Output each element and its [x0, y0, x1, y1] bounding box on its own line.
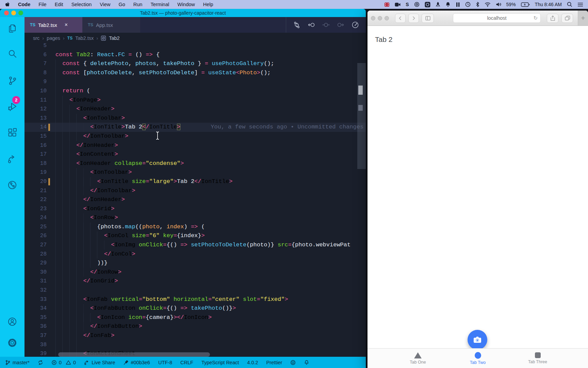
menu-item-edit[interactable]: Edit	[55, 2, 63, 7]
close-window-button[interactable]	[4, 11, 9, 15]
sidebar-toggle-icon[interactable]	[422, 14, 434, 23]
code-line-33[interactable]: 33 <IonFab vertical="bottom" horizontal=…	[24, 295, 366, 304]
code-line-32[interactable]: 32	[24, 286, 366, 295]
code-line-5[interactable]: 5	[24, 43, 366, 50]
gitlens-icon[interactable]	[7, 180, 17, 190]
code-line-30[interactable]: 30 </IonRow>	[24, 268, 366, 277]
editor-tab-App.tsx[interactable]: TSApp.tsx	[82, 17, 140, 33]
control-center-icon[interactable]	[577, 2, 583, 7]
code-line-36[interactable]: 36 </IonFabButton>	[24, 322, 366, 331]
breadcrumb-file[interactable]: Tab2.tsx	[75, 35, 94, 41]
breadcrumb-src[interactable]: src	[33, 35, 39, 41]
menu-item-run[interactable]: Run	[133, 2, 143, 7]
breadcrumb-symbol[interactable]: Tab2	[109, 35, 119, 41]
breadcrumb-pages[interactable]: pages	[47, 35, 60, 41]
open-changes-icon[interactable]	[293, 21, 300, 29]
code-line-37[interactable]: 37 </IonFab>	[24, 331, 366, 340]
tab-tab-one[interactable]: Tab One	[388, 349, 448, 368]
code-line-11[interactable]: 11 <IonPage>	[24, 96, 366, 105]
encoding-item[interactable]: UTF-8	[158, 360, 172, 365]
back-button[interactable]	[395, 14, 406, 23]
rocket-icon[interactable]	[436, 2, 440, 7]
compass-icon[interactable]	[465, 2, 471, 7]
code-line-38[interactable]: 38	[24, 340, 366, 350]
formatter-item[interactable]: Prettier	[266, 360, 282, 365]
navigate-previous-icon[interactable]	[322, 21, 330, 29]
code-line-34[interactable]: 34 <IonFabButton onClick={() => takePhot…	[24, 304, 366, 313]
minimize-window-button[interactable]	[11, 11, 16, 15]
tab-tab-three[interactable]: Tab Three	[508, 349, 568, 368]
zoom-window-button[interactable]	[385, 16, 389, 20]
code-line-29[interactable]: 29 ))}	[24, 259, 366, 268]
code-line-9[interactable]: 9	[24, 77, 366, 87]
extensions-icon[interactable]	[7, 127, 17, 138]
explorer-icon[interactable]	[7, 23, 17, 33]
code-line-28[interactable]: 28 </IonCol>	[24, 250, 366, 259]
editor-tab-Tab2.tsx[interactable]: TSTab2.tsx×	[24, 17, 82, 33]
menu-item-help[interactable]: Help	[203, 2, 213, 7]
code-line-22[interactable]: 22 </IonHeader>	[24, 195, 366, 204]
code-line-14[interactable]: 14 <IonTitle>Tab 2</IonTitle>You, a few …	[24, 123, 366, 132]
menu-item-file[interactable]: File	[38, 2, 46, 7]
spotlight-search-icon[interactable]	[567, 2, 572, 7]
pause-bars-icon[interactable]	[456, 2, 460, 7]
code-line-15[interactable]: 15 </IonToolbar>	[24, 132, 366, 141]
camera-fab-button[interactable]	[468, 330, 487, 350]
notification-bell-icon[interactable]	[445, 2, 451, 7]
code-line-21[interactable]: 21 </IonToolbar>	[24, 186, 366, 196]
menu-item-terminal[interactable]: Terminal	[150, 2, 169, 7]
code-line-35[interactable]: 35 <IonIcon icon={camera}></IonIcon>	[24, 313, 366, 322]
code-line-16[interactable]: 16 </IonHeader>	[24, 141, 366, 150]
close-window-button[interactable]	[371, 16, 375, 20]
notifications-bell-icon[interactable]	[304, 360, 309, 365]
address-bar[interactable]: localhost ↻	[453, 13, 541, 23]
menu-clock[interactable]: Thu 8:46 AM	[535, 2, 562, 7]
editor-scrollbar-vertical[interactable]	[357, 63, 366, 169]
vscode-title-bar[interactable]: Tab2.tsx — photo-gallery-capacitor-react	[0, 9, 366, 17]
code-line-23[interactable]: 23 <IonGrid>	[24, 204, 366, 214]
volume-icon[interactable]	[496, 2, 501, 7]
code-line-19[interactable]: 19 <IonToolbar>	[24, 168, 366, 177]
minimize-window-button[interactable]	[378, 16, 382, 20]
navigate-back-icon[interactable]	[308, 21, 315, 29]
code-editor[interactable]: 56const Tab2: React.FC = () => {7 const …	[24, 43, 366, 357]
apple-icon[interactable]	[5, 2, 10, 7]
source-control-icon[interactable]	[7, 76, 17, 86]
share-icon[interactable]	[547, 14, 558, 23]
menu-item-app[interactable]: Code	[18, 2, 30, 7]
wifi-icon[interactable]	[485, 2, 491, 7]
s-app-icon[interactable]: S	[406, 2, 409, 7]
code-line-6[interactable]: 6const Tab2: React.FC = () => {	[24, 50, 366, 60]
code-line-24[interactable]: 24 <IonRow>	[24, 213, 366, 223]
problems-item[interactable]: 0 0	[51, 360, 76, 365]
live-share-item[interactable]: Live Share	[84, 360, 115, 365]
menu-item-go[interactable]: Go	[118, 2, 125, 7]
eol-item[interactable]: CRLF	[180, 360, 193, 365]
code-line-10[interactable]: 10 return (	[24, 87, 366, 96]
account-icon[interactable]	[7, 317, 17, 327]
live-share-icon[interactable]	[7, 154, 17, 164]
code-line-13[interactable]: 13 <IonToolbar>	[24, 114, 366, 123]
target-icon[interactable]	[414, 2, 420, 7]
reload-icon[interactable]: ↻	[533, 15, 538, 21]
close-tab-icon[interactable]: ×	[65, 22, 68, 28]
peacock-color-item[interactable]: #00b3e6	[123, 360, 150, 365]
video-camera-icon[interactable]	[395, 2, 401, 7]
feedback-smiley-icon[interactable]	[290, 360, 296, 365]
code-line-18[interactable]: 18 <IonHeader collapse="condense">	[24, 159, 366, 168]
film-app-icon[interactable]	[384, 2, 390, 7]
settings-gear-icon[interactable]	[7, 338, 17, 348]
forward-button[interactable]	[408, 14, 419, 23]
sync-item[interactable]	[38, 360, 43, 365]
search-icon[interactable]	[7, 49, 17, 59]
code-line-26[interactable]: 26 <IonCol size="6" key={index}>	[24, 231, 366, 241]
code-line-17[interactable]: 17 <IonContent>	[24, 150, 366, 159]
code-line-20[interactable]: 20 <IonTitle size="large">Tab 2</IonTitl…	[24, 177, 366, 186]
code-line-27[interactable]: 27 <IonImg onClick={() => setPhotoToDele…	[24, 241, 366, 250]
new-tab-button[interactable]: +	[578, 11, 588, 26]
code-line-31[interactable]: 31 </IonGrid>	[24, 277, 366, 286]
menu-item-window[interactable]: Window	[177, 2, 195, 7]
screen-record-icon[interactable]	[425, 2, 430, 7]
code-line-8[interactable]: 8 const [photoToDelete, setPhotoToDelete…	[24, 68, 366, 78]
tab-overview-icon[interactable]	[561, 14, 573, 23]
